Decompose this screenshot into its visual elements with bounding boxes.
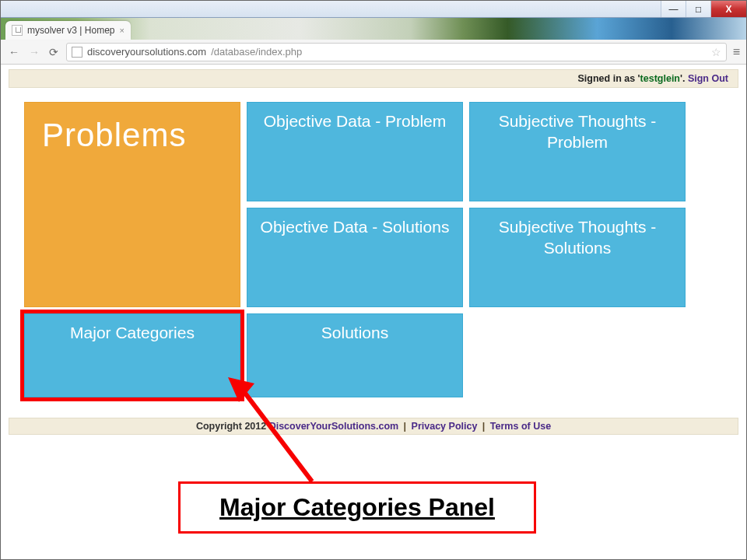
sign-out-link[interactable]: Sign Out (688, 73, 728, 84)
url-host: discoveryoursolutions.com (87, 46, 206, 58)
tile-solutions[interactable]: Solutions (247, 313, 463, 397)
annotation-label-box: Major Categories Panel (178, 481, 536, 534)
tab-close-icon[interactable]: × (119, 26, 124, 35)
tile-objective-data-solutions[interactable]: Objective Data - Solutions (247, 208, 463, 307)
tile-objective-data-problem[interactable]: Objective Data - Problem (247, 102, 463, 201)
window-titlebar: — □ X (1, 1, 746, 18)
window-close-button[interactable]: X (710, 1, 746, 17)
tile-subjective-thoughts-solutions[interactable]: Subjective Thoughts - Solutions (469, 208, 686, 307)
annotation-label: Major Categories Panel (219, 493, 495, 521)
address-bar[interactable]: discoveryoursolutions.com/database/index… (66, 43, 727, 61)
file-icon (12, 25, 23, 36)
back-button[interactable]: ← (7, 46, 21, 58)
signed-in-suffix: '. (680, 73, 688, 84)
copyright-text: Copyright 2012 (196, 421, 269, 432)
privacy-policy-link[interactable]: Privacy Policy (412, 421, 478, 432)
tile-subjective-thoughts-problem[interactable]: Subjective Thoughts - Problem (469, 102, 686, 201)
window-maximize-button[interactable]: □ (686, 1, 710, 17)
tile-major-categories[interactable]: Major Categories (24, 313, 240, 397)
signed-in-prefix: Signed in as ' (578, 73, 640, 84)
window-minimize-button[interactable]: — (661, 1, 686, 17)
tile-grid: Problems Objective Data - Problem Subjec… (24, 102, 723, 397)
page-viewport: Signed in as 'testglein'. Sign Out Probl… (1, 69, 746, 560)
tile-problems[interactable]: Problems (24, 102, 240, 307)
browser-tab-active[interactable]: mysolver v3 | Homep × (5, 21, 131, 40)
url-path: /database/index.php (211, 46, 302, 58)
browser-toolbar: ← → ⟳ discoveryoursolutions.com/database… (1, 40, 746, 65)
reload-button[interactable]: ⟳ (47, 46, 60, 58)
chrome-menu-icon[interactable]: ≡ (733, 45, 740, 59)
page-icon (72, 47, 82, 58)
footer-bar: Copyright 2012 DiscoverYourSolutions.com… (9, 418, 738, 435)
terms-of-use-link[interactable]: Terms of Use (490, 421, 551, 432)
browser-tabstrip: mysolver v3 | Homep × (1, 18, 746, 40)
auth-bar: Signed in as 'testglein'. Sign Out (9, 69, 738, 88)
footer-sep-1: | (398, 421, 411, 432)
username: testglein (640, 73, 680, 84)
bookmark-star-icon[interactable]: ☆ (711, 46, 721, 58)
footer-sep-2: | (477, 421, 489, 432)
tab-title: mysolver v3 | Homep (27, 25, 114, 36)
empty-cell (469, 313, 686, 397)
footer-site-link[interactable]: DiscoverYourSolutions.com (269, 421, 398, 432)
forward-button[interactable]: → (27, 46, 41, 58)
